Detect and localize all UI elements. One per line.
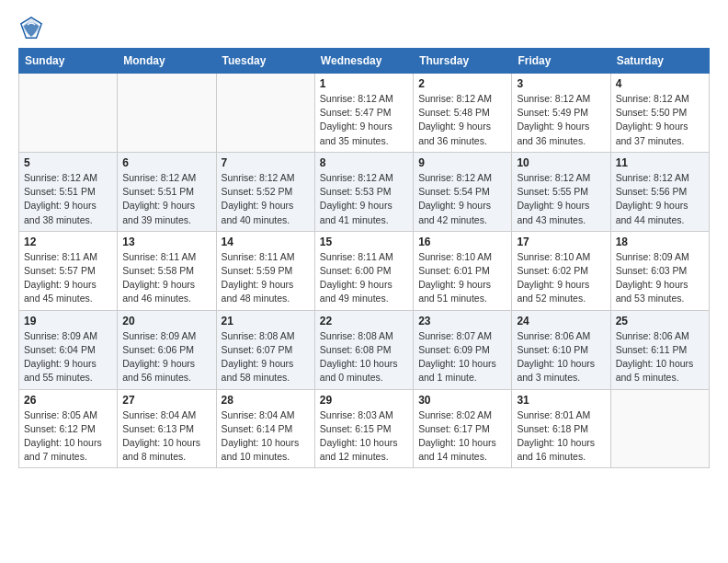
- day-info: Sunrise: 8:11 AMSunset: 5:57 PMDaylight:…: [24, 250, 112, 306]
- day-cell: 15Sunrise: 8:11 AMSunset: 6:00 PMDayligh…: [314, 231, 413, 310]
- day-info: Sunrise: 8:08 AMSunset: 6:08 PMDaylight:…: [320, 329, 408, 385]
- day-cell: 6Sunrise: 8:12 AMSunset: 5:51 PMDaylight…: [118, 152, 216, 231]
- header-cell-monday: Monday: [118, 49, 216, 74]
- day-cell: 12Sunrise: 8:11 AMSunset: 5:57 PMDayligh…: [19, 231, 118, 310]
- day-info: Sunrise: 8:12 AMSunset: 5:51 PMDaylight:…: [24, 171, 112, 227]
- day-info: Sunrise: 8:04 AMSunset: 6:13 PMDaylight:…: [122, 408, 210, 465]
- day-cell: [216, 74, 314, 153]
- week-row-4: 19Sunrise: 8:09 AMSunset: 6:04 PMDayligh…: [19, 310, 710, 389]
- day-cell: 21Sunrise: 8:08 AMSunset: 6:07 PMDayligh…: [216, 310, 314, 389]
- day-info: Sunrise: 8:01 AMSunset: 6:18 PMDaylight:…: [517, 408, 605, 465]
- day-number: 16: [418, 236, 506, 248]
- day-info: Sunrise: 8:06 AMSunset: 6:10 PMDaylight:…: [517, 329, 605, 385]
- day-info: Sunrise: 8:09 AMSunset: 6:03 PMDaylight:…: [616, 250, 704, 306]
- day-cell: 26Sunrise: 8:05 AMSunset: 6:12 PMDayligh…: [19, 389, 118, 468]
- day-number: 21: [222, 315, 310, 327]
- header-cell-wednesday: Wednesday: [314, 49, 413, 74]
- day-info: Sunrise: 8:12 AMSunset: 5:52 PMDaylight:…: [222, 171, 310, 227]
- day-cell: 10Sunrise: 8:12 AMSunset: 5:55 PMDayligh…: [512, 152, 610, 231]
- week-row-1: 1Sunrise: 8:12 AMSunset: 5:47 PMDaylight…: [19, 74, 710, 153]
- day-info: Sunrise: 8:08 AMSunset: 6:07 PMDaylight:…: [222, 329, 310, 385]
- header-row: SundayMondayTuesdayWednesdayThursdayFrid…: [19, 49, 710, 74]
- day-cell: 29Sunrise: 8:03 AMSunset: 6:15 PMDayligh…: [314, 389, 413, 468]
- day-cell: 13Sunrise: 8:11 AMSunset: 5:58 PMDayligh…: [118, 231, 216, 310]
- day-cell: 27Sunrise: 8:04 AMSunset: 6:13 PMDayligh…: [118, 389, 216, 468]
- header: [18, 15, 710, 40]
- day-number: 30: [418, 394, 506, 407]
- day-cell: 18Sunrise: 8:09 AMSunset: 6:03 PMDayligh…: [610, 231, 709, 310]
- day-cell: 8Sunrise: 8:12 AMSunset: 5:53 PMDaylight…: [314, 152, 413, 231]
- day-cell: 25Sunrise: 8:06 AMSunset: 6:11 PMDayligh…: [610, 310, 709, 389]
- logo: [18, 15, 48, 40]
- day-number: 23: [418, 315, 506, 327]
- day-cell: 28Sunrise: 8:04 AMSunset: 6:14 PMDayligh…: [216, 389, 314, 468]
- day-info: Sunrise: 8:09 AMSunset: 6:04 PMDaylight:…: [24, 329, 112, 385]
- day-info: Sunrise: 8:11 AMSunset: 5:58 PMDaylight:…: [122, 250, 210, 306]
- day-info: Sunrise: 8:02 AMSunset: 6:17 PMDaylight:…: [418, 408, 506, 465]
- day-cell: 7Sunrise: 8:12 AMSunset: 5:52 PMDaylight…: [216, 152, 314, 231]
- day-cell: 14Sunrise: 8:11 AMSunset: 5:59 PMDayligh…: [216, 231, 314, 310]
- header-cell-friday: Friday: [512, 49, 610, 74]
- day-info: Sunrise: 8:12 AMSunset: 5:53 PMDaylight:…: [320, 171, 408, 227]
- day-cell: 9Sunrise: 8:12 AMSunset: 5:54 PMDaylight…: [414, 152, 512, 231]
- day-number: 7: [222, 156, 310, 169]
- day-number: 6: [122, 156, 210, 169]
- day-number: 1: [320, 77, 408, 90]
- day-number: 19: [24, 315, 112, 327]
- day-number: 2: [418, 77, 506, 90]
- day-cell: 30Sunrise: 8:02 AMSunset: 6:17 PMDayligh…: [414, 389, 512, 468]
- day-number: 26: [24, 394, 112, 407]
- day-number: 25: [616, 315, 704, 327]
- day-cell: 19Sunrise: 8:09 AMSunset: 6:04 PMDayligh…: [19, 310, 118, 389]
- day-cell: 17Sunrise: 8:10 AMSunset: 6:02 PMDayligh…: [512, 231, 610, 310]
- day-info: Sunrise: 8:10 AMSunset: 6:01 PMDaylight:…: [418, 250, 506, 306]
- day-number: 18: [616, 236, 704, 248]
- day-number: 24: [517, 315, 605, 327]
- logo-icon: [18, 15, 44, 40]
- day-info: Sunrise: 8:12 AMSunset: 5:51 PMDaylight:…: [122, 171, 210, 227]
- day-number: 17: [517, 236, 605, 248]
- day-info: Sunrise: 8:06 AMSunset: 6:11 PMDaylight:…: [616, 329, 704, 385]
- day-info: Sunrise: 8:12 AMSunset: 5:47 PMDaylight:…: [320, 92, 408, 148]
- day-number: 5: [24, 156, 112, 169]
- day-cell: 5Sunrise: 8:12 AMSunset: 5:51 PMDaylight…: [19, 152, 118, 231]
- day-number: 15: [320, 236, 408, 248]
- day-cell: 22Sunrise: 8:08 AMSunset: 6:08 PMDayligh…: [314, 310, 413, 389]
- day-number: 10: [517, 156, 605, 169]
- day-cell: [118, 74, 216, 153]
- day-info: Sunrise: 8:04 AMSunset: 6:14 PMDaylight:…: [222, 408, 310, 465]
- calendar-table: SundayMondayTuesdayWednesdayThursdayFrid…: [18, 48, 710, 468]
- day-number: 12: [24, 236, 112, 248]
- day-cell: 3Sunrise: 8:12 AMSunset: 5:49 PMDaylight…: [512, 74, 610, 153]
- day-info: Sunrise: 8:12 AMSunset: 5:54 PMDaylight:…: [418, 171, 506, 227]
- day-info: Sunrise: 8:03 AMSunset: 6:15 PMDaylight:…: [320, 408, 408, 465]
- day-number: 20: [122, 315, 210, 327]
- day-info: Sunrise: 8:11 AMSunset: 6:00 PMDaylight:…: [320, 250, 408, 306]
- day-number: 11: [616, 156, 704, 169]
- day-number: 31: [517, 394, 605, 407]
- day-cell: 20Sunrise: 8:09 AMSunset: 6:06 PMDayligh…: [118, 310, 216, 389]
- day-cell: 4Sunrise: 8:12 AMSunset: 5:50 PMDaylight…: [610, 74, 709, 153]
- day-number: 29: [320, 394, 408, 407]
- day-number: 13: [122, 236, 210, 248]
- day-cell: 23Sunrise: 8:07 AMSunset: 6:09 PMDayligh…: [414, 310, 512, 389]
- day-number: 28: [222, 394, 310, 407]
- week-row-5: 26Sunrise: 8:05 AMSunset: 6:12 PMDayligh…: [19, 389, 710, 468]
- day-cell: [610, 389, 709, 468]
- day-info: Sunrise: 8:12 AMSunset: 5:56 PMDaylight:…: [616, 171, 704, 227]
- day-info: Sunrise: 8:10 AMSunset: 6:02 PMDaylight:…: [517, 250, 605, 306]
- header-cell-thursday: Thursday: [414, 49, 512, 74]
- day-info: Sunrise: 8:05 AMSunset: 6:12 PMDaylight:…: [24, 408, 112, 465]
- header-cell-tuesday: Tuesday: [216, 49, 314, 74]
- day-number: 22: [320, 315, 408, 327]
- page: SundayMondayTuesdayWednesdayThursdayFrid…: [0, 0, 728, 563]
- week-row-2: 5Sunrise: 8:12 AMSunset: 5:51 PMDaylight…: [19, 152, 710, 231]
- day-info: Sunrise: 8:12 AMSunset: 5:49 PMDaylight:…: [517, 92, 605, 148]
- day-cell: 16Sunrise: 8:10 AMSunset: 6:01 PMDayligh…: [414, 231, 512, 310]
- day-cell: 2Sunrise: 8:12 AMSunset: 5:48 PMDaylight…: [414, 74, 512, 153]
- day-cell: [19, 74, 118, 153]
- day-number: 9: [418, 156, 506, 169]
- day-info: Sunrise: 8:07 AMSunset: 6:09 PMDaylight:…: [418, 329, 506, 385]
- day-info: Sunrise: 8:09 AMSunset: 6:06 PMDaylight:…: [122, 329, 210, 385]
- day-info: Sunrise: 8:12 AMSunset: 5:55 PMDaylight:…: [517, 171, 605, 227]
